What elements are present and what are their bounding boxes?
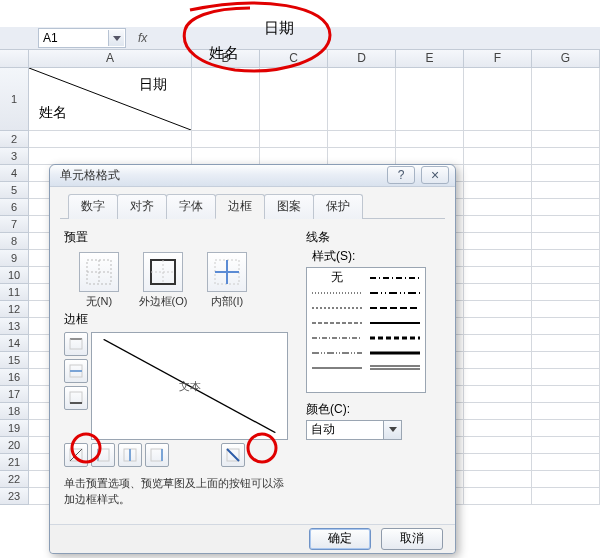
cell-A1[interactable]: 日期 姓名 xyxy=(29,68,192,131)
cell-F23[interactable] xyxy=(464,488,532,505)
row-header-8[interactable]: 8 xyxy=(0,233,29,250)
cell-C3[interactable] xyxy=(260,148,328,165)
color-combo[interactable]: 自动 xyxy=(306,420,402,440)
cell-E3[interactable] xyxy=(396,148,464,165)
cell-G8[interactable] xyxy=(532,233,600,250)
ok-button[interactable]: 确定 xyxy=(309,528,371,550)
row-header-9[interactable]: 9 xyxy=(0,250,29,267)
name-box[interactable]: A1 xyxy=(38,28,126,48)
line-style-13[interactable] xyxy=(368,362,422,374)
border-diag-down-button[interactable] xyxy=(64,443,88,467)
cell-G3[interactable] xyxy=(532,148,600,165)
row-header-19[interactable]: 19 xyxy=(0,420,29,437)
border-bottom-button[interactable] xyxy=(64,386,88,410)
cell-E1[interactable] xyxy=(396,68,464,131)
border-middle-v-button[interactable] xyxy=(118,443,142,467)
cell-F3[interactable] xyxy=(464,148,532,165)
border-top-button[interactable] xyxy=(64,332,88,356)
cell-B1[interactable] xyxy=(192,68,260,131)
line-style-7[interactable] xyxy=(368,272,422,284)
line-style-2[interactable] xyxy=(310,302,364,314)
cell-G17[interactable] xyxy=(532,386,600,403)
row-header-22[interactable]: 22 xyxy=(0,471,29,488)
tab-pattern[interactable]: 图案 xyxy=(264,194,314,219)
dialog-titlebar[interactable]: 单元格格式 ? × xyxy=(50,165,455,187)
cell-D3[interactable] xyxy=(328,148,396,165)
fx-label[interactable]: fx xyxy=(138,31,147,45)
cell-F16[interactable] xyxy=(464,369,532,386)
cancel-button[interactable]: 取消 xyxy=(381,528,443,550)
row-header-15[interactable]: 15 xyxy=(0,352,29,369)
preset-outline[interactable]: 外边框(O) xyxy=(134,252,192,309)
cell-G10[interactable] xyxy=(532,267,600,284)
cell-F5[interactable] xyxy=(464,182,532,199)
row-header-6[interactable]: 6 xyxy=(0,199,29,216)
cell-G18[interactable] xyxy=(532,403,600,420)
cell-D1[interactable] xyxy=(328,68,396,131)
cell-G21[interactable] xyxy=(532,454,600,471)
preset-inside[interactable]: 内部(I) xyxy=(198,252,256,309)
row-header-10[interactable]: 10 xyxy=(0,267,29,284)
select-all-corner[interactable] xyxy=(0,49,29,68)
cell-G16[interactable] xyxy=(532,369,600,386)
row-header-20[interactable]: 20 xyxy=(0,437,29,454)
cell-F19[interactable] xyxy=(464,420,532,437)
cell-G5[interactable] xyxy=(532,182,600,199)
col-header-A[interactable]: A xyxy=(29,49,192,68)
line-style-list[interactable]: 无 xyxy=(306,267,426,393)
cell-G20[interactable] xyxy=(532,437,600,454)
row-header-21[interactable]: 21 xyxy=(0,454,29,471)
line-style-none[interactable]: 无 xyxy=(310,272,364,284)
preset-none[interactable]: 无(N) xyxy=(70,252,128,309)
cell-G4[interactable] xyxy=(532,165,600,182)
tab-alignment[interactable]: 对齐 xyxy=(117,194,167,219)
cell-G19[interactable] xyxy=(532,420,600,437)
cell-B3[interactable] xyxy=(192,148,260,165)
line-style-5[interactable] xyxy=(310,347,364,359)
cell-F6[interactable] xyxy=(464,199,532,216)
cell-F9[interactable] xyxy=(464,250,532,267)
border-diag-up-button[interactable] xyxy=(221,443,245,467)
row-header-12[interactable]: 12 xyxy=(0,301,29,318)
cell-F7[interactable] xyxy=(464,216,532,233)
cell-E2[interactable] xyxy=(396,131,464,148)
dialog-close-button[interactable]: × xyxy=(421,166,449,184)
line-style-12[interactable] xyxy=(368,347,422,359)
row-header-5[interactable]: 5 xyxy=(0,182,29,199)
row-header-4[interactable]: 4 xyxy=(0,165,29,182)
cell-G14[interactable] xyxy=(532,335,600,352)
cell-F8[interactable] xyxy=(464,233,532,250)
line-style-10[interactable] xyxy=(368,317,422,329)
cell-F15[interactable] xyxy=(464,352,532,369)
cell-G7[interactable] xyxy=(532,216,600,233)
row-header-3[interactable]: 3 xyxy=(0,148,29,165)
cell-A3[interactable] xyxy=(29,148,192,165)
row-header-11[interactable]: 11 xyxy=(0,284,29,301)
tab-number[interactable]: 数字 xyxy=(68,194,118,219)
row-header-17[interactable]: 17 xyxy=(0,386,29,403)
name-box-dropdown-icon[interactable] xyxy=(108,30,124,46)
cell-G6[interactable] xyxy=(532,199,600,216)
cell-G13[interactable] xyxy=(532,318,600,335)
cell-G23[interactable] xyxy=(532,488,600,505)
col-header-E[interactable]: E xyxy=(396,49,464,68)
cell-G2[interactable] xyxy=(532,131,600,148)
dialog-help-button[interactable]: ? xyxy=(387,166,415,184)
cell-F17[interactable] xyxy=(464,386,532,403)
line-style-3[interactable] xyxy=(310,317,364,329)
border-middle-h-button[interactable] xyxy=(64,359,88,383)
row-header-16[interactable]: 16 xyxy=(0,369,29,386)
cell-C1[interactable] xyxy=(260,68,328,131)
cell-B2[interactable] xyxy=(192,131,260,148)
row-header-1[interactable]: 1 xyxy=(0,68,29,131)
cell-F2[interactable] xyxy=(464,131,532,148)
row-header-18[interactable]: 18 xyxy=(0,403,29,420)
cell-F14[interactable] xyxy=(464,335,532,352)
row-header-13[interactable]: 13 xyxy=(0,318,29,335)
cell-F11[interactable] xyxy=(464,284,532,301)
cell-F1[interactable] xyxy=(464,68,532,131)
cell-F20[interactable] xyxy=(464,437,532,454)
line-style-9[interactable] xyxy=(368,302,422,314)
cell-F21[interactable] xyxy=(464,454,532,471)
tab-font[interactable]: 字体 xyxy=(166,194,216,219)
